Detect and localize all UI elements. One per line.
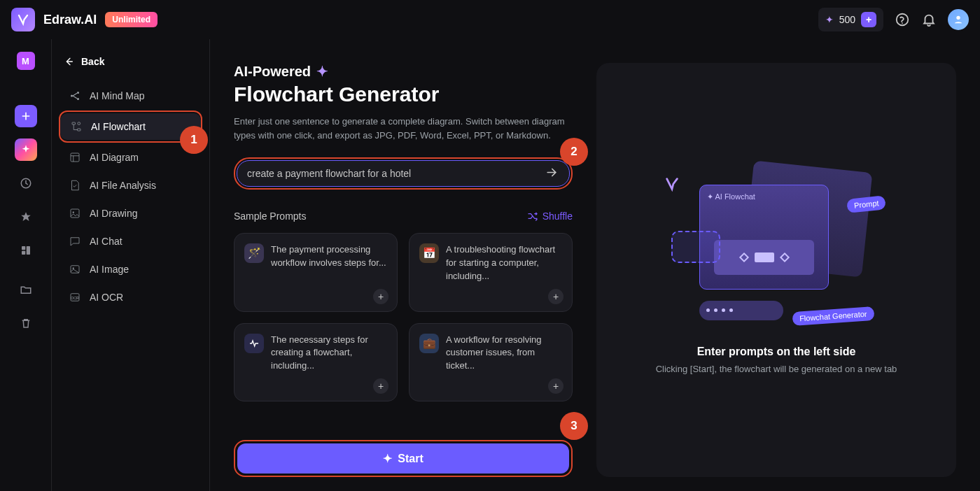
topbar-right: ✦ 500 + [818, 8, 969, 31]
heading-small-text: AI-Powered [234, 64, 311, 80]
add-sample-button[interactable]: + [548, 289, 564, 304]
sparkle-icon: ✦ [316, 63, 328, 80]
page-title: Flowchart Generator [234, 83, 573, 106]
tool-label: AI Chat [90, 236, 122, 247]
shuffle-icon [527, 211, 538, 222]
credits-amount: 500 [839, 14, 855, 25]
tool-label: AI Diagram [90, 152, 139, 163]
brand-text: Edraw.AI [43, 13, 97, 27]
tool-label: AI Flowchart [91, 121, 146, 132]
tool-ai-ocr[interactable]: OCR AI OCR [59, 284, 202, 311]
rail-trash-icon[interactable] [15, 312, 37, 334]
mind-map-icon [69, 90, 81, 102]
start-wrap: 3 ✦ Start [234, 440, 573, 477]
topbar-left: Edraw.AI Unlimited [11, 8, 158, 31]
add-sample-button[interactable]: + [548, 378, 564, 394]
annotation-1: 1 [180, 126, 208, 154]
tool-ai-diagram[interactable]: AI Diagram [59, 144, 202, 171]
rail-create-icon[interactable] [15, 105, 37, 127]
svg-rect-6 [22, 251, 25, 255]
prompt-input-wrap: 2 [234, 157, 573, 190]
image-icon [69, 263, 81, 276]
illu-text-c: Flowchat Generator [792, 306, 875, 325]
heading-small: AI-Powered ✦ [234, 63, 573, 80]
add-sample-button[interactable]: + [373, 289, 388, 304]
tool-ai-file-analysis[interactable]: AI File Analysis [59, 172, 202, 199]
drawing-icon [69, 207, 81, 220]
sample-header: Sample Prompts Shuffle [234, 211, 573, 222]
file-icon [69, 179, 81, 192]
main: M Back 1 [0, 39, 980, 491]
svg-point-1 [902, 22, 903, 24]
tool-label: AI Drawing [90, 208, 137, 219]
preview-panel: ✦ AI Flowchat Prompt Flowchat Generator [596, 63, 956, 477]
back-button[interactable]: Back [59, 52, 202, 81]
help-icon[interactable] [895, 12, 910, 27]
svg-rect-14 [71, 209, 79, 218]
sample-card[interactable]: 🪄 The payment processing workflow involv… [234, 233, 398, 312]
rail-star-icon[interactable] [15, 206, 37, 228]
bell-icon[interactable] [921, 12, 937, 27]
workspace-badge[interactable]: M [17, 52, 35, 70]
tool-ai-chat[interactable]: AI Chat [59, 228, 202, 255]
rail-clock-icon[interactable] [15, 172, 37, 194]
chat-icon [69, 235, 81, 248]
add-credits-button[interactable]: + [861, 12, 876, 27]
sample-card[interactable]: The necessary steps for creating a flowc… [234, 323, 398, 402]
briefcase-icon: 💼 [419, 334, 439, 353]
tool-panel: Back 1 AI Mind Map AI Flowchart AI Diagr… [52, 39, 210, 491]
page-description: Enter just one sentence to generate a co… [234, 115, 570, 142]
rail-ai-sparkle-icon[interactable] [15, 138, 37, 161]
avatar[interactable] [948, 9, 969, 30]
svg-text:OCR: OCR [71, 296, 79, 300]
sparkle-icon: ✦ [383, 452, 392, 465]
svg-point-17 [73, 267, 74, 269]
preview-illustration: ✦ AI Flowchat Prompt Flowchat Generator [671, 166, 881, 320]
sample-card[interactable]: 💼 A workflow for resolving customer issu… [409, 323, 573, 402]
submit-arrow-icon[interactable] [545, 166, 559, 182]
tool-ai-mind-map[interactable]: AI Mind Map [59, 83, 202, 109]
tool-label: AI Image [90, 264, 129, 275]
left-content: AI-Powered ✦ Flowchart Generator Enter j… [234, 63, 573, 477]
svg-point-12 [78, 122, 80, 125]
tool-label: AI OCR [90, 292, 123, 303]
ocr-icon: OCR [69, 291, 81, 304]
start-button[interactable]: ✦ Start [237, 443, 569, 474]
tool-ai-image[interactable]: AI Image [59, 256, 202, 283]
shuffle-button[interactable]: Shuffle [527, 211, 573, 222]
shuffle-label: Shuffle [542, 211, 573, 222]
rail-folder-icon[interactable] [15, 278, 37, 301]
back-label: Back [81, 56, 104, 67]
prompt-input[interactable] [237, 160, 570, 187]
sample-text: The necessary steps for creating a flowc… [271, 334, 387, 373]
svg-point-8 [77, 92, 79, 94]
logo-icon [11, 8, 35, 31]
sample-card[interactable]: 📅 A troubleshooting flowchart for starti… [409, 233, 573, 312]
sparkle-icon [664, 176, 680, 195]
tool-ai-drawing[interactable]: AI Drawing [59, 200, 202, 227]
svg-rect-4 [22, 246, 25, 250]
diagram-icon [69, 151, 81, 164]
svg-rect-11 [78, 129, 81, 131]
add-sample-button[interactable]: + [373, 378, 388, 394]
annotation-2: 2 [560, 138, 588, 166]
svg-point-7 [71, 95, 73, 97]
sample-text: A troubleshooting flowchart for starting… [446, 243, 562, 283]
illu-text-a: AI Flowchat [715, 192, 755, 201]
svg-point-9 [77, 98, 79, 100]
wand-icon: 🪄 [244, 243, 264, 263]
pulse-icon [244, 334, 264, 353]
unlimited-badge: Unlimited [105, 12, 158, 27]
sparkle-icon: ✦ [825, 14, 834, 25]
rail-template-icon[interactable] [15, 239, 37, 262]
credits-pill: ✦ 500 + [818, 8, 883, 31]
flowchart-icon [70, 120, 83, 133]
preview-title: Enter prompts on the left side [697, 346, 856, 358]
sample-grid: 🪄 The payment processing workflow involv… [234, 233, 573, 401]
sample-title: Sample Prompts [234, 211, 306, 222]
preview-subtitle: Clicking [Start], the flowchart will be … [656, 364, 897, 374]
svg-point-15 [73, 211, 74, 213]
start-label: Start [398, 453, 423, 465]
content-area: AI-Powered ✦ Flowchart Generator Enter j… [210, 39, 980, 491]
svg-point-2 [956, 16, 960, 20]
